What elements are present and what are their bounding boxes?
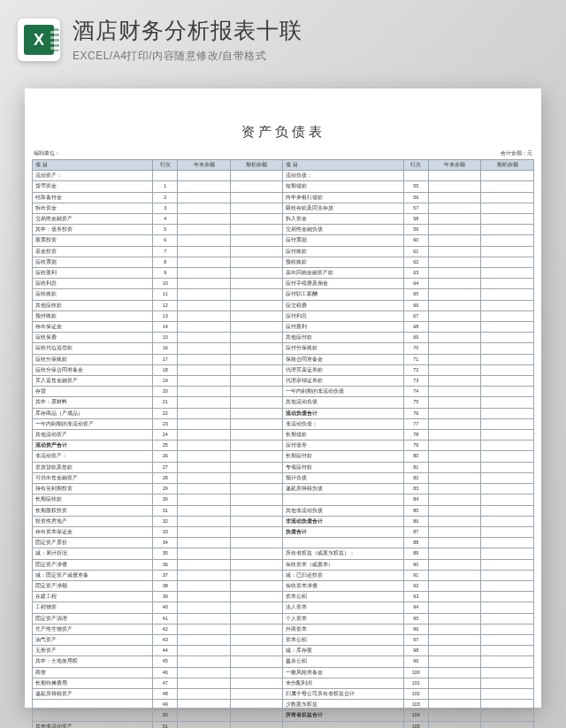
cell-item-right: 向中央银行借款	[283, 192, 403, 203]
cell-yearend-right	[428, 192, 481, 203]
cell-yearstart-left	[230, 408, 283, 418]
cell-item-right: 拆入资金	[283, 214, 403, 225]
table-row: 其他非流动资产51105	[33, 721, 534, 728]
cell-item-left	[33, 700, 153, 710]
cell-item-left: 固定资产净额	[33, 580, 153, 591]
table-row: 49少数股东权益103	[33, 700, 534, 710]
table-body: 流动资产：流动负债：货币资金1短期借款55结算备付金2向中央银行借款56拆出资金…	[33, 171, 534, 728]
cell-yearend-left	[178, 418, 231, 429]
cell-yearstart-right	[481, 462, 534, 472]
cell-yearend-right	[428, 484, 481, 494]
cell-item-right: 其他应付款	[283, 333, 403, 343]
cell-yearend-left	[178, 322, 231, 333]
cell-item-right: 所有者权益合计	[283, 710, 403, 721]
page-header: X 酒店财务分析报表十联 EXCEL/A4打印/内容随意修改/自带格式	[0, 0, 566, 76]
cell-item-left: 工程物资	[33, 602, 153, 613]
cell-item-left: 长期股权投资	[33, 505, 153, 516]
cell-item-right: 代理买卖证券款	[283, 364, 403, 375]
cell-rownum-left: 51	[153, 721, 178, 728]
cell-yearstart-right	[481, 484, 534, 494]
table-row: 50所有者权益合计104	[33, 710, 534, 721]
table-row: 应收分保账款17保险合同准备金71	[33, 354, 534, 364]
cell-item-right	[283, 494, 403, 505]
cell-rownum-right: 95	[403, 613, 428, 624]
table-header-row: 项 目 行次 年末余额 期初余额 项 目 行次 年末余额 期初余额	[33, 160, 534, 171]
cell-yearend-right	[428, 246, 481, 257]
cell-item-right: 减：库存股	[283, 646, 403, 656]
cell-yearstart-left	[230, 516, 283, 526]
cell-item-left: 其中：原材料	[33, 397, 153, 408]
table-row: 预付账款13应付利息67	[33, 310, 534, 321]
cell-rownum-right: 92	[403, 580, 428, 591]
cell-rownum-left: 21	[153, 397, 178, 408]
cell-yearstart-left	[230, 279, 283, 289]
cell-rownum-left: 39	[153, 592, 178, 602]
cell-yearend-left	[178, 472, 231, 483]
cell-yearend-left	[178, 376, 231, 387]
cell-yearend-right	[428, 472, 481, 483]
header-text: 酒店财务分析报表十联 EXCEL/A4打印/内容随意修改/自带格式	[73, 16, 302, 64]
cell-yearend-right	[428, 203, 481, 213]
cell-rownum-right: 69	[403, 333, 428, 343]
cell-yearend-right	[428, 171, 481, 181]
cell-yearstart-left	[230, 333, 283, 343]
cell-rownum-left: 44	[153, 646, 178, 656]
cell-rownum-left: 14	[153, 322, 178, 333]
cell-item-left: 固定资产原价	[33, 538, 153, 548]
table-row: 存出资本保证金33负债合计87	[33, 526, 534, 537]
cell-rownum-left: 19	[153, 376, 178, 387]
cell-rownum-right: 55	[403, 181, 428, 192]
cell-item-left: 应收股利	[33, 268, 153, 279]
cell-yearstart-right	[481, 494, 534, 505]
cell-yearstart-left	[230, 494, 283, 505]
cell-yearstart-left	[230, 418, 283, 429]
cell-item-right: 吸收存款及同业存放	[283, 203, 403, 213]
cell-item-left: 基金投资	[33, 246, 153, 257]
cell-yearstart-right	[481, 246, 534, 257]
cell-rownum-left: 5	[153, 225, 178, 235]
cell-rownum-left: 31	[153, 505, 178, 516]
cell-yearend-left	[178, 310, 231, 321]
table-row: 投资性房地产32非流动负债合计86	[33, 516, 534, 526]
cell-yearstart-right	[481, 678, 534, 688]
cell-rownum-left: 1	[153, 181, 178, 192]
cell-item-right: 代理承销证券款	[283, 376, 403, 387]
cell-yearend-right	[428, 333, 481, 343]
cell-yearend-right	[428, 721, 481, 728]
cell-item-left: 固定资产净值	[33, 559, 153, 570]
cell-yearend-left	[178, 667, 231, 678]
cell-rownum-right: 76	[403, 408, 428, 418]
cell-item-right: 外商资本	[283, 624, 403, 634]
cell-item-left: 应收分保账款	[33, 354, 153, 364]
table-row: 存货20一年内到期的非流动负债74	[33, 387, 534, 397]
cell-yearstart-right	[481, 441, 534, 451]
cell-item-left: 持有至到期投资	[33, 484, 153, 494]
cell-yearend-right	[428, 225, 481, 235]
cell-yearend-right	[428, 441, 481, 451]
cell-rownum-left: 41	[153, 613, 178, 624]
table-row: 固定资产原价3488	[33, 538, 534, 548]
cell-item-right: 保险合同准备金	[283, 354, 403, 364]
cell-item-right: 盈余公积	[283, 656, 403, 667]
cell-yearend-left	[178, 526, 231, 537]
cell-yearend-right	[428, 667, 481, 678]
cell-item-left: 油气资产	[33, 634, 153, 645]
cell-yearend-right	[428, 613, 481, 624]
cell-rownum-right: 61	[403, 246, 428, 257]
cell-rownum-left: 46	[153, 667, 178, 678]
cell-item-right: 其他流动负债	[283, 397, 403, 408]
cell-rownum-left: 12	[153, 300, 178, 310]
cell-yearend-right	[428, 322, 481, 333]
cell-yearend-right	[428, 289, 481, 300]
cell-yearstart-right	[481, 700, 534, 710]
cell-rownum-right: 97	[403, 634, 428, 645]
cell-yearend-right	[428, 624, 481, 634]
cell-item-left: 应收代位追偿款	[33, 343, 153, 354]
table-row: 应收账款11应付职工薪酬65	[33, 289, 534, 300]
cell-item-left: 在建工程	[33, 592, 153, 602]
cell-rownum-right: 102	[403, 688, 428, 699]
cell-yearend-left	[178, 171, 231, 181]
cell-yearend-left	[178, 451, 231, 462]
cell-yearend-right	[428, 430, 481, 441]
cell-yearend-left	[178, 462, 231, 472]
